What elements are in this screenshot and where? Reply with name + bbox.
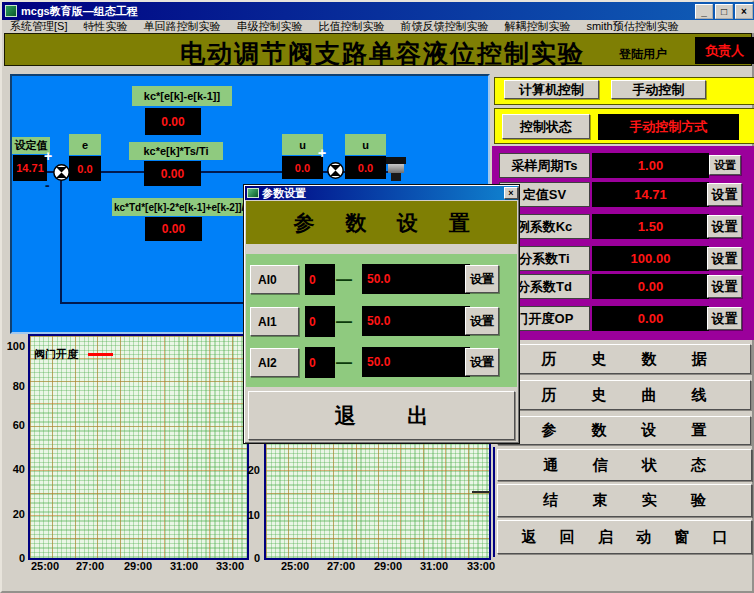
- history-curve-button[interactable]: 历史曲线: [497, 380, 751, 410]
- d-term-value: 0.00: [145, 217, 202, 241]
- i-term-value: 0.00: [144, 161, 201, 186]
- close-button[interactable]: ×: [735, 4, 753, 19]
- control-status-button[interactable]: 控制状态: [502, 114, 590, 139]
- param-value-sv: 14.71: [592, 182, 709, 207]
- valve-body-icon: [388, 164, 404, 173]
- left-chart-ytick: 0: [2, 552, 25, 564]
- menu-decoupling[interactable]: 解耦控制实验: [496, 19, 578, 34]
- page-title: 电动调节阀支路单容液位控制实验: [180, 37, 585, 70]
- param-set-button-ti[interactable]: 设置: [707, 247, 742, 270]
- ai1-range-dash: —: [336, 314, 352, 330]
- channel-ai1-button[interactable]: AI1: [250, 307, 299, 336]
- ai0-set-button[interactable]: 设置: [465, 265, 499, 293]
- ai0-high-value: 50.0: [362, 264, 470, 294]
- param-value-op: 0.00: [592, 306, 709, 331]
- ai2-high-value: 50.0: [362, 347, 470, 377]
- window-titlebar[interactable]: mcgs教育版—组态工程 _ □ ×: [2, 2, 754, 20]
- ai2-low-value: 0: [305, 347, 335, 378]
- param-label-ts: 采样周期Ts: [499, 153, 590, 178]
- i-term-formula: kc*e[k]*Ts/Ti: [129, 142, 223, 160]
- sum-minus-sign: -: [45, 178, 50, 192]
- control-status-display: 手动控制方式: [598, 114, 739, 140]
- u2-value: 0.0: [345, 156, 386, 179]
- summing-junction-icon: [53, 164, 70, 181]
- param-set-button-kc[interactable]: 设置: [707, 215, 742, 238]
- setpoint-value: 14.71: [13, 155, 47, 181]
- dialog-exit-button[interactable]: 退出: [248, 391, 515, 440]
- channel-ai0-button[interactable]: AI0: [250, 265, 299, 294]
- dialog-header: 参数设置: [246, 201, 517, 244]
- menu-feedforward[interactable]: 前馈反馈控制实验: [392, 19, 496, 34]
- right-chart-ytick: 20: [240, 464, 260, 476]
- left-chart-legend-line: [88, 353, 113, 356]
- left-chart-xtick: 25:00: [28, 560, 62, 572]
- right-chart-ytick: 10: [240, 509, 260, 521]
- left-chart-ytick: 60: [2, 419, 25, 431]
- dialog-titlebar[interactable]: 参数设置: [245, 186, 518, 200]
- p-term-value: 0.00: [145, 108, 201, 135]
- error-label: e: [69, 134, 101, 155]
- left-chart-xtick: 27:00: [73, 560, 107, 572]
- menu-cascade[interactable]: 串级控制实验: [228, 19, 310, 34]
- menu-bar: 系统管理[S] 特性实验 单回路控制实验 串级控制实验 比值控制实验 前馈反馈控…: [2, 20, 754, 33]
- wire-feedback-vertical: [60, 180, 62, 304]
- left-chart-xtick: 31:00: [167, 560, 201, 572]
- restore-button[interactable]: □: [715, 4, 733, 19]
- menu-smith[interactable]: smith预估控制实验: [578, 19, 686, 34]
- left-chart-xtick: 29:00: [121, 560, 155, 572]
- param-set-button-op[interactable]: 设置: [707, 307, 742, 330]
- p-term-formula: kc*[e[k]-e[k-1]]: [132, 86, 232, 106]
- param-set-button-td[interactable]: 设置: [707, 275, 742, 298]
- ai2-set-button[interactable]: 设置: [465, 348, 499, 376]
- end-experiment-button[interactable]: 结束实验: [497, 484, 752, 517]
- dialog-title: 参数设置: [262, 186, 306, 201]
- param-set-button-ts[interactable]: 设置: [709, 155, 741, 175]
- ai1-low-value: 0: [305, 306, 335, 337]
- sum2-plus-sign: +: [318, 146, 326, 160]
- right-chart-xtick: 29:00: [371, 560, 405, 572]
- left-chart-ytick: 40: [2, 463, 25, 475]
- left-chart-ytick: 100: [2, 340, 25, 352]
- dialog-close-icon[interactable]: ×: [504, 187, 518, 199]
- manual-control-button[interactable]: 手动控制: [611, 80, 706, 99]
- param-set-button-sv[interactable]: 设置: [707, 183, 742, 206]
- right-chart-xtick: 27:00: [324, 560, 358, 572]
- ai2-range-dash: —: [336, 355, 352, 371]
- ai0-low-value: 0: [305, 264, 335, 295]
- ai0-range-dash: —: [336, 272, 352, 288]
- right-chart-xtick: 33:00: [464, 560, 498, 572]
- window-title: mcgs教育版—组态工程: [21, 4, 138, 19]
- ai1-set-button[interactable]: 设置: [465, 307, 499, 335]
- valve-icon: [386, 157, 406, 164]
- logged-in-user-badge: 负责人: [695, 37, 754, 64]
- menu-ratio[interactable]: 比值控制实验: [310, 19, 392, 34]
- error-value: 0.0: [69, 156, 101, 181]
- app-icon: [5, 5, 17, 17]
- comm-status-button[interactable]: 通信状态: [497, 449, 752, 481]
- history-data-button[interactable]: 历史数据: [497, 344, 751, 374]
- minimize-button[interactable]: _: [695, 4, 713, 19]
- right-chart-xtick: 25:00: [278, 560, 312, 572]
- u2-label: u: [345, 134, 386, 155]
- right-chart-ytick: 0: [240, 552, 260, 564]
- parameter-settings-button[interactable]: 参数设置: [497, 416, 751, 445]
- param-value-kc: 1.50: [592, 214, 709, 239]
- app-window: mcgs教育版—组态工程 _ □ × 系统管理[S] 特性实验 单回路控制实验 …: [0, 0, 754, 593]
- param-value-ts: 1.00: [592, 153, 709, 178]
- u1-label: u: [282, 134, 323, 155]
- summing-junction2-icon: [327, 162, 344, 179]
- computer-control-button[interactable]: 计算机控制: [504, 80, 599, 99]
- right-chart-xtick: 31:00: [417, 560, 451, 572]
- d-term-formula: kc*Td*[e[k]-2*e[k-1]+e[k-2]]/: [112, 198, 251, 216]
- return-start-window-button[interactable]: 返回启动窗口: [497, 520, 752, 554]
- menu-characteristic[interactable]: 特性实验: [75, 19, 135, 34]
- left-chart-ytick: 80: [2, 380, 25, 392]
- menu-single-loop[interactable]: 单回路控制实验: [135, 19, 228, 34]
- menu-system[interactable]: 系统管理[S]: [2, 19, 75, 34]
- left-chart-ytick: 20: [2, 508, 25, 520]
- login-user-label: 登陆用户: [619, 46, 667, 63]
- param-value-td: 0.00: [592, 274, 709, 299]
- channel-ai2-button[interactable]: AI2: [250, 348, 299, 377]
- dialog-icon: [247, 188, 259, 198]
- u1-value: 0.0: [282, 156, 323, 179]
